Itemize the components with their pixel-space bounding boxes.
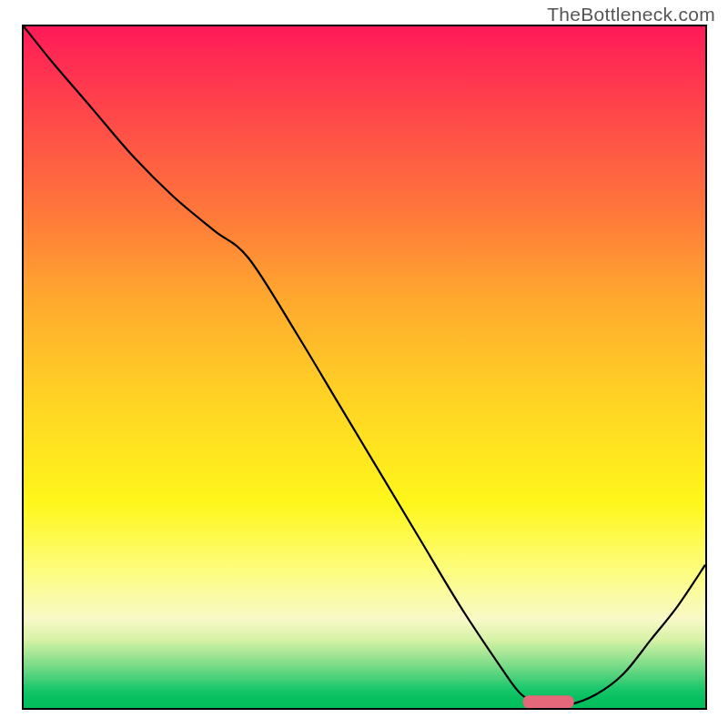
chart-frame bbox=[22, 25, 707, 710]
chart-svg bbox=[24, 26, 705, 708]
optimum-marker bbox=[523, 695, 574, 708]
bottleneck-curve bbox=[24, 26, 705, 706]
watermark-text: TheBottleneck.com bbox=[547, 4, 715, 25]
